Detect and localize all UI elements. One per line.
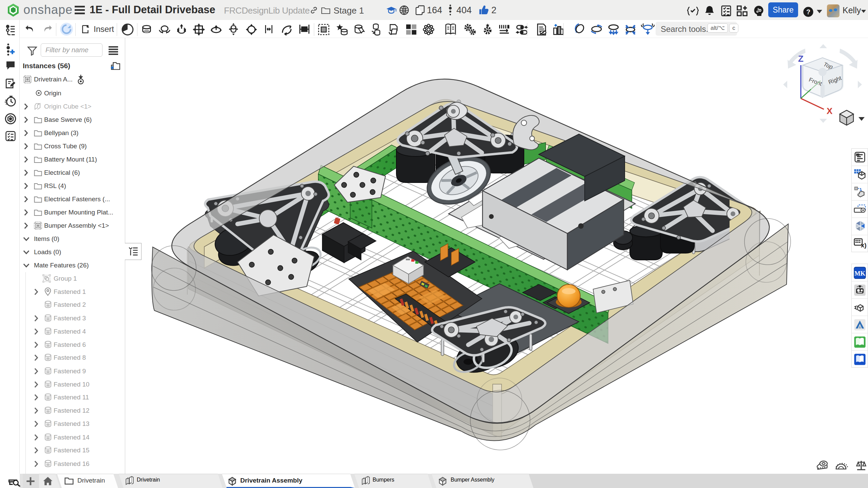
svg-text:X: X	[827, 106, 833, 116]
svg-text:?: ?	[806, 8, 810, 16]
svg-text:Z: Z	[798, 54, 804, 64]
svg-text:x): x)	[861, 242, 866, 249]
svg-text:MK: MK	[854, 270, 866, 277]
